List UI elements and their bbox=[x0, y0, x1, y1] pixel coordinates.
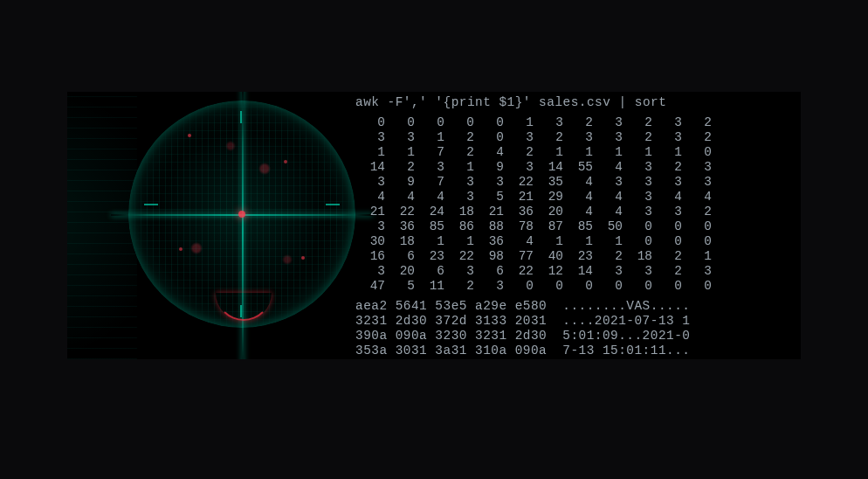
grid-cell: 18 bbox=[444, 205, 474, 219]
grid-cell: 3 bbox=[652, 130, 682, 145]
grid-cell: 3 bbox=[623, 264, 652, 279]
grid-cell: 87 bbox=[534, 219, 563, 234]
grid-cell: 12 bbox=[534, 264, 563, 279]
grid-cell: 14 bbox=[355, 160, 385, 175]
grid-cell: 3 bbox=[355, 130, 385, 145]
grid-cell: 78 bbox=[504, 219, 534, 234]
grid-cell: 0 bbox=[652, 234, 682, 249]
grid-cell: 85 bbox=[563, 219, 593, 234]
grid-cell: 18 bbox=[385, 234, 415, 249]
grid-row: 3206362212143323 bbox=[355, 264, 796, 279]
grid-cell: 0 bbox=[623, 279, 652, 294]
grid-cell: 1 bbox=[652, 145, 682, 160]
grid-cell: 0 bbox=[563, 279, 593, 294]
grid-cell: 3 bbox=[652, 115, 682, 130]
grid-cell: 3 bbox=[534, 115, 563, 130]
grid-cell: 11 bbox=[415, 279, 444, 294]
grid-row: 33685868878878550000 bbox=[355, 219, 796, 234]
grid-cell: 3 bbox=[623, 205, 652, 219]
grid-cell: 1 bbox=[415, 130, 444, 145]
grid-cell: 2 bbox=[534, 130, 563, 145]
grid-cell: 16 bbox=[355, 249, 385, 264]
grid-cell: 6 bbox=[415, 264, 444, 279]
grid-cell: 3 bbox=[652, 205, 682, 219]
grid-cell: 1 bbox=[593, 145, 623, 160]
grid-cell: 35 bbox=[534, 175, 563, 190]
grid-cell: 3 bbox=[593, 264, 623, 279]
grid-cell: 47 bbox=[355, 279, 385, 294]
grid-cell: 23 bbox=[563, 249, 593, 264]
grid-cell: 4 bbox=[593, 160, 623, 175]
tick-icon bbox=[326, 204, 340, 205]
grid-cell: 1 bbox=[534, 234, 563, 249]
grid-cell: 2 bbox=[652, 264, 682, 279]
grid-cell: 1 bbox=[563, 145, 593, 160]
grid-row: 44435212944344 bbox=[355, 190, 796, 205]
grid-cell: 22 bbox=[444, 249, 474, 264]
grid-cell: 3 bbox=[385, 130, 415, 145]
grid-cell: 1 bbox=[504, 115, 534, 130]
grid-cell: 1 bbox=[385, 145, 415, 160]
grid-cell: 4 bbox=[593, 205, 623, 219]
grid-row: 000001323232 bbox=[355, 115, 796, 130]
grid-cell: 2 bbox=[652, 160, 682, 175]
grid-cell: 3 bbox=[623, 190, 652, 205]
grid-cell: 2 bbox=[563, 115, 593, 130]
grid-cell: 4 bbox=[355, 190, 385, 205]
grid-cell: 3 bbox=[474, 175, 504, 190]
grid-cell: 3 bbox=[682, 264, 712, 279]
grid-cell: 4 bbox=[563, 175, 593, 190]
grid-cell: 2 bbox=[623, 130, 652, 145]
grid-cell: 3 bbox=[593, 115, 623, 130]
grid-cell: 2 bbox=[444, 130, 474, 145]
grid-cell: 3 bbox=[504, 160, 534, 175]
cyber-globe-icon bbox=[128, 101, 355, 328]
grid-cell: 0 bbox=[682, 219, 712, 234]
grid-cell: 2 bbox=[682, 115, 712, 130]
grid-cell: 9 bbox=[474, 160, 504, 175]
grid-cell: 2 bbox=[504, 145, 534, 160]
hex-row: 353a 3031 3a31 310a 090a7-13 15:01:11... bbox=[355, 344, 796, 358]
grid-cell: 21 bbox=[504, 190, 534, 205]
grid-cell: 2 bbox=[444, 145, 474, 160]
grid-cell: 36 bbox=[504, 205, 534, 219]
grid-cell: 0 bbox=[504, 279, 534, 294]
tick-icon bbox=[240, 111, 242, 123]
grid-cell: 7 bbox=[415, 145, 444, 160]
grid-cell: 3 bbox=[652, 175, 682, 190]
grid-cell: 88 bbox=[474, 219, 504, 234]
grid-cell: 1 bbox=[415, 234, 444, 249]
crosshair-horizontal-icon bbox=[111, 214, 373, 216]
grid-cell: 4 bbox=[504, 234, 534, 249]
grid-row: 47511230000000 bbox=[355, 279, 796, 294]
grid-cell: 85 bbox=[415, 219, 444, 234]
grid-cell: 1 bbox=[534, 145, 563, 160]
grid-cell: 3 bbox=[593, 175, 623, 190]
tick-icon bbox=[144, 204, 158, 205]
grid-cell: 14 bbox=[534, 160, 563, 175]
grid-cell: 0 bbox=[444, 115, 474, 130]
grid-cell: 1 bbox=[444, 234, 474, 249]
grid-cell: 0 bbox=[355, 115, 385, 130]
hex-row: aea2 5641 53e5 a29e e580........VAS..... bbox=[355, 299, 796, 314]
grid-cell: 0 bbox=[534, 279, 563, 294]
hex-ascii: ....2021-07-13 1 bbox=[562, 314, 690, 329]
grid-cell: 3 bbox=[682, 175, 712, 190]
hex-bytes: 3231 2d30 372d 3133 2031 bbox=[355, 314, 547, 329]
grid-cell: 3 bbox=[355, 175, 385, 190]
grid-cell: 22 bbox=[504, 264, 534, 279]
grid-cell: 0 bbox=[682, 145, 712, 160]
grid-cell: 0 bbox=[474, 130, 504, 145]
grid-cell: 5 bbox=[385, 279, 415, 294]
grid-cell: 9 bbox=[385, 175, 415, 190]
grid-cell: 23 bbox=[415, 249, 444, 264]
grid-cell: 98 bbox=[474, 249, 504, 264]
grid-cell: 4 bbox=[415, 190, 444, 205]
grid-cell: 4 bbox=[593, 190, 623, 205]
hex-bytes: aea2 5641 53e5 a29e e580 bbox=[355, 299, 547, 314]
tick-icon bbox=[240, 305, 242, 317]
grid-cell: 0 bbox=[652, 219, 682, 234]
hex-dump: aea2 5641 53e5 a29e e580........VAS.....… bbox=[355, 299, 796, 358]
grid-cell: 4 bbox=[682, 190, 712, 205]
grid-cell: 3 bbox=[682, 160, 712, 175]
